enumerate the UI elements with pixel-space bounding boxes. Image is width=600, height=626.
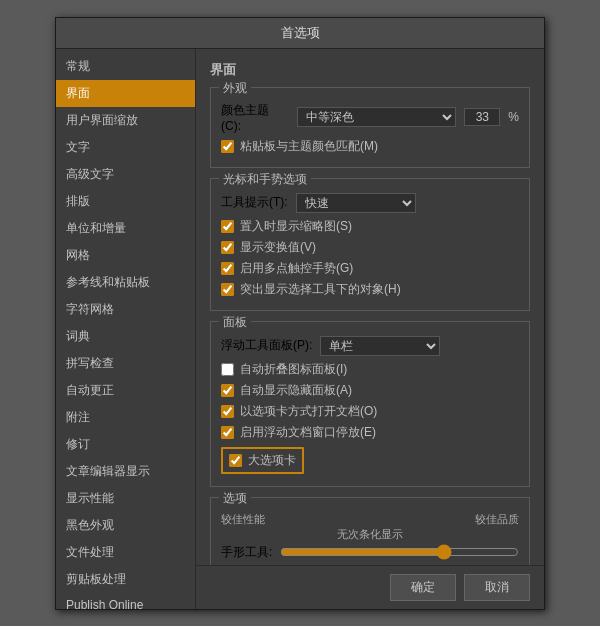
sidebar-item-7[interactable]: 网格 [56,242,195,269]
sidebar-item-11[interactable]: 拼写检查 [56,350,195,377]
auto-collapse-checkbox[interactable] [221,363,234,376]
highlight-row: 突出显示选择工具下的对象(H) [221,281,519,298]
dialog-title: 首选项 [56,18,544,49]
float-panel-select[interactable]: 单栏 双栏 单行 [320,336,440,356]
panel-label: 面板 [219,314,251,331]
sidebar-item-0[interactable]: 常规 [56,53,195,80]
paste-match-label: 粘贴板与主题颜色匹配(M) [240,138,378,155]
enable-float-row: 启用浮动文档窗口停放(E) [221,424,519,441]
sidebar-item-8[interactable]: 参考线和粘贴板 [56,269,195,296]
auto-show-label: 自动显示隐藏面板(A) [240,382,352,399]
sidebar: 常规界面用户界面缩放文字高级文字排版单位和增量网格参考线和粘贴板字符网格词典拼写… [56,49,196,609]
show-transform-row: 显示变换值(V) [221,239,519,256]
sidebar-item-3[interactable]: 文字 [56,134,195,161]
big-tabs-row: 大选项卡 [229,452,296,469]
color-theme-label: 颜色主题(C): [221,102,289,133]
sidebar-item-6[interactable]: 单位和增量 [56,215,195,242]
sidebar-item-9[interactable]: 字符网格 [56,296,195,323]
appearance-group: 外观 颜色主题(C): 中等深色 最深色 中等浅色 最浅色 % [210,87,530,168]
sidebar-item-19[interactable]: 剪贴板处理 [56,566,195,593]
slider-right-label: 较佳品质 [475,512,519,527]
sidebar-item-14[interactable]: 修订 [56,431,195,458]
tool-tip-label: 工具提示(T): [221,194,288,211]
show-transform-checkbox[interactable] [221,241,234,254]
show-transform-label: 显示变换值(V) [240,239,316,256]
cursor-group: 光标和手势选项 工具提示(T): 快速 无 正常 置入时显示缩略图(S) [210,178,530,311]
show-thumb-row: 置入时显示缩略图(S) [221,218,519,235]
ok-button[interactable]: 确定 [390,574,456,601]
auto-collapse-label: 自动折叠图标面板(I) [240,361,347,378]
preferences-dialog: 首选项 常规界面用户界面缩放文字高级文字排版单位和增量网格参考线和粘贴板字符网格… [55,17,545,610]
paste-match-row: 粘贴板与主题颜色匹配(M) [221,138,519,155]
auto-show-row: 自动显示隐藏面板(A) [221,382,519,399]
bottom-bar: 确定 取消 [196,565,544,609]
sidebar-item-17[interactable]: 黑色外观 [56,512,195,539]
sidebar-item-10[interactable]: 词典 [56,323,195,350]
open-tab-checkbox[interactable] [221,405,234,418]
show-thumb-label: 置入时显示缩略图(S) [240,218,352,235]
options-label: 选项 [219,490,251,507]
enable-float-label: 启用浮动文档窗口停放(E) [240,424,376,441]
sidebar-item-13[interactable]: 附注 [56,404,195,431]
hand-tool-slider[interactable] [280,545,519,559]
percent-label: % [508,110,519,124]
hand-tool-label: 手形工具: [221,544,272,561]
big-tabs-highlight: 大选项卡 [221,447,304,474]
sidebar-item-15[interactable]: 文章编辑器显示 [56,458,195,485]
appearance-label: 外观 [219,80,251,97]
sidebar-item-18[interactable]: 文件处理 [56,539,195,566]
big-tabs-label: 大选项卡 [248,452,296,469]
tool-tip-select[interactable]: 快速 无 正常 [296,193,416,213]
show-thumb-checkbox[interactable] [221,220,234,233]
auto-collapse-row: 自动折叠图标面板(I) [221,361,519,378]
percent-input[interactable] [464,108,500,126]
auto-show-checkbox[interactable] [221,384,234,397]
sidebar-item-2[interactable]: 用户界面缩放 [56,107,195,134]
hand-tool-row: 手形工具: [221,544,519,561]
slider-mid-label: 无次条化显示 [221,527,519,542]
paste-match-checkbox[interactable] [221,140,234,153]
open-tab-label: 以选项卡方式打开文档(O) [240,403,377,420]
sidebar-item-12[interactable]: 自动更正 [56,377,195,404]
slider-left-label: 较佳性能 [221,512,265,527]
cursor-label: 光标和手势选项 [219,171,311,188]
multi-touch-label: 启用多点触控手势(G) [240,260,353,277]
sidebar-item-1[interactable]: 界面 [56,80,195,107]
open-tab-row: 以选项卡方式打开文档(O) [221,403,519,420]
sidebar-item-20[interactable]: Publish Online [56,593,195,609]
multi-touch-row: 启用多点触控手势(G) [221,260,519,277]
multi-touch-checkbox[interactable] [221,262,234,275]
sidebar-item-5[interactable]: 排版 [56,188,195,215]
highlight-checkbox[interactable] [221,283,234,296]
content-title: 界面 [210,61,530,79]
slider-labels: 较佳性能 较佳品质 [221,512,519,527]
sidebar-item-16[interactable]: 显示性能 [56,485,195,512]
float-panel-label: 浮动工具面板(P): [221,337,312,354]
color-theme-select[interactable]: 中等深色 最深色 中等浅色 最浅色 [297,107,457,127]
options-group: 选项 较佳性能 较佳品质 无次条化显示 手形工具: 即时屏幕绘制(L [210,497,530,565]
big-tabs-checkbox[interactable] [229,454,242,467]
enable-float-checkbox[interactable] [221,426,234,439]
sidebar-item-4[interactable]: 高级文字 [56,161,195,188]
cancel-button[interactable]: 取消 [464,574,530,601]
panel-group: 面板 浮动工具面板(P): 单栏 双栏 单行 自动折叠图标面板(I) [210,321,530,487]
content-area: 界面 外观 颜色主题(C): 中等深色 最深色 中等浅色 最浅色 % [196,49,544,565]
highlight-label: 突出显示选择工具下的对象(H) [240,281,401,298]
